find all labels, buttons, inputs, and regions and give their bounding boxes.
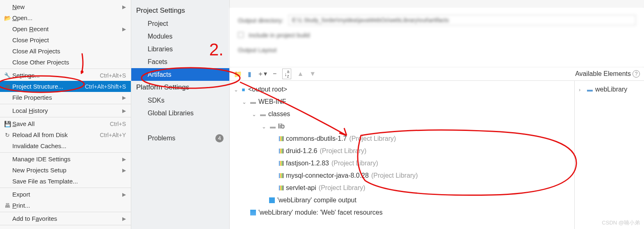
reload-icon: ↻ — [3, 132, 11, 138]
menu-label: Close All Projects — [11, 48, 126, 55]
web-facet-icon — [250, 210, 256, 215]
chevron-down-icon[interactable]: ⌄ — [234, 87, 240, 93]
settings-libraries[interactable]: Libraries — [131, 43, 229, 55]
down-icon[interactable]: ▼ — [309, 70, 316, 78]
output-dir-label: Output directory: — [238, 17, 283, 24]
new-folder-icon[interactable]: 📁 — [234, 70, 242, 78]
library-item[interactable]: servlet-api (Project Library) — [234, 182, 570, 194]
library-icon — [279, 185, 283, 190]
menu-project-structure-[interactable]: ▦Project Structure...Ctrl+Alt+Shift+S — [0, 81, 131, 92]
settings-tree: Project Settings Project Modules Librari… — [131, 0, 230, 229]
settings-project[interactable]: Project — [131, 17, 229, 30]
include-build-label[interactable]: Include in project build — [249, 32, 310, 39]
menu-local-history[interactable]: Local History▶ — [0, 105, 131, 116]
weblibrary-module[interactable]: webLibrary — [595, 86, 627, 93]
library-suffix: (Project Library) — [371, 172, 418, 179]
settings-facets[interactable]: Facets — [131, 55, 229, 68]
library-item[interactable]: commons-dbutils-1.7 (Project Library) — [234, 133, 570, 145]
library-name: fastjson-1.2.83 — [286, 160, 329, 167]
library-item[interactable]: mysql-connector-java-8.0.28 (Project Lib… — [234, 169, 570, 182]
menu-label: Close Project — [11, 37, 126, 44]
library-item[interactable]: druid-1.2.6 (Project Library) — [234, 145, 570, 157]
settings-global-libraries[interactable]: Global Libraries — [131, 107, 229, 119]
menu-manage-ide-settings[interactable]: Manage IDE Settings▶ — [0, 153, 131, 165]
up-icon[interactable]: ▲ — [297, 70, 304, 78]
menu-open-recent[interactable]: Open Recent▶ — [0, 23, 131, 34]
menu-label: Open Recent — [11, 25, 119, 32]
library-icon — [279, 136, 283, 141]
lib-folder[interactable]: lib — [278, 123, 285, 130]
folder-icon: ▬ — [260, 111, 266, 117]
menu-print-[interactable]: 🖶Print... — [0, 200, 131, 211]
editor-tabs — [230, 0, 644, 7]
menu-label: New Projects Setup — [11, 167, 119, 174]
settings-sdks[interactable]: SDKs — [131, 94, 229, 107]
file-menu: New▶📂Open...Open Recent▶Close ProjectClo… — [0, 0, 131, 229]
menu-new[interactable]: New▶ — [0, 1, 131, 12]
submenu-arrow-icon: ▶ — [122, 156, 126, 162]
remove-icon[interactable]: − — [273, 70, 276, 78]
settings-problems[interactable]: Problems 4 — [131, 132, 229, 144]
library-icon — [279, 173, 283, 178]
menu-new-projects-setup[interactable]: New Projects Setup▶ — [0, 165, 131, 176]
output-dir-field[interactable]: E:\1.Study_forder\myidea\javaWebOs\webLi… — [288, 15, 636, 25]
shortcut: Ctrl+Alt+Y — [100, 132, 126, 138]
menu-settings-[interactable]: 🔧Settings...Ctrl+Alt+S — [0, 70, 131, 81]
menu-label: Local History — [11, 107, 119, 114]
menu-save-file-as-template-[interactable]: Save File as Template... — [0, 176, 131, 187]
menu-label: New — [11, 3, 119, 10]
struct-icon: ▦ — [3, 83, 11, 90]
chevron-down-icon[interactable]: ⌄ — [252, 111, 258, 117]
add-icon[interactable]: ＋▾ — [257, 70, 267, 78]
module-icon: ▬ — [587, 86, 593, 93]
menu-file-properties[interactable]: File Properties▶ — [0, 92, 131, 103]
help-icon[interactable]: ? — [633, 70, 640, 78]
settings-modules[interactable]: Modules — [131, 30, 229, 43]
chevron-down-icon[interactable]: ⌄ — [262, 124, 267, 130]
watermark: CSDN @喃小弟 — [602, 219, 640, 227]
available-elements-label: Available Elements ? — [575, 70, 640, 78]
submenu-arrow-icon: ▶ — [122, 108, 126, 114]
available-elements-tree: › ▬ webLibrary — [574, 81, 644, 229]
menu-power-save-mode[interactable]: Power Save Mode — [0, 226, 131, 229]
menu-label: Open... — [11, 14, 126, 21]
menu-close-all-projects[interactable]: Close All Projects — [0, 46, 131, 57]
menu-close-other-projects[interactable]: Close Other Projects — [0, 57, 131, 68]
layout-toolbar: 📁 ▮ ＋▾ − ↓az ▲ ▼ Available Elements ? — [230, 67, 644, 81]
chevron-right-icon[interactable]: › — [579, 87, 585, 93]
menu-open-[interactable]: 📂Open... — [0, 12, 131, 23]
output-root-label[interactable]: <output root> — [248, 86, 287, 93]
classes-folder[interactable]: classes — [268, 110, 290, 118]
menu-export[interactable]: Export▶ — [0, 189, 131, 200]
compile-output[interactable]: 'webLibrary' compile output — [277, 197, 356, 204]
save-icon: 💾 — [3, 121, 11, 127]
sort-icon[interactable]: ↓az — [282, 69, 291, 79]
menu-save-all[interactable]: 💾Save AllCtrl+S — [0, 118, 131, 129]
chevron-down-icon[interactable]: ⌄ — [242, 99, 248, 105]
menu-label: Settings... — [11, 72, 100, 79]
output-root-icon: ◆ — [240, 86, 247, 93]
new-file-icon[interactable]: ▮ — [248, 70, 251, 78]
library-suffix: (Project Library) — [319, 184, 365, 192]
settings-artifacts[interactable]: Artifacts — [131, 68, 229, 81]
menu-label: Save File as Template... — [11, 178, 126, 185]
wrench-icon: 🔧 — [3, 72, 11, 79]
menu-label: Close Other Projects — [11, 59, 126, 66]
library-name: servlet-api — [286, 184, 316, 192]
output-tree: ⌄ ◆ <output root> ⌄ ▬ WEB-INF ⌄ ▬ classe… — [230, 81, 574, 229]
menu-label: Project Structure... — [11, 83, 85, 90]
menu-invalidate-caches-[interactable]: Invalidate Caches... — [0, 140, 131, 151]
menu-add-to-favorites[interactable]: Add to Favorites▶ — [0, 213, 131, 224]
library-suffix: (Project Library) — [320, 147, 367, 155]
library-icon — [279, 149, 283, 153]
webinf-folder[interactable]: WEB-INF — [258, 98, 286, 105]
artifact-panel: Output directory: E:\1.Study_forder\myid… — [230, 0, 644, 229]
facet-resources[interactable]: 'webLibrary' module: 'Web' facet resourc… — [258, 209, 383, 216]
menu-label: Save All — [11, 120, 110, 127]
folder-icon: ▬ — [250, 98, 256, 105]
library-item[interactable]: fastjson-1.2.83 (Project Library) — [234, 157, 570, 169]
menu-reload-all-from-disk[interactable]: ↻Reload All from DiskCtrl+Alt+Y — [0, 129, 131, 140]
menu-label: Export — [11, 191, 119, 198]
artifact-header: Output directory: E:\1.Study_forder\myid… — [230, 7, 644, 67]
menu-close-project[interactable]: Close Project — [0, 34, 131, 46]
